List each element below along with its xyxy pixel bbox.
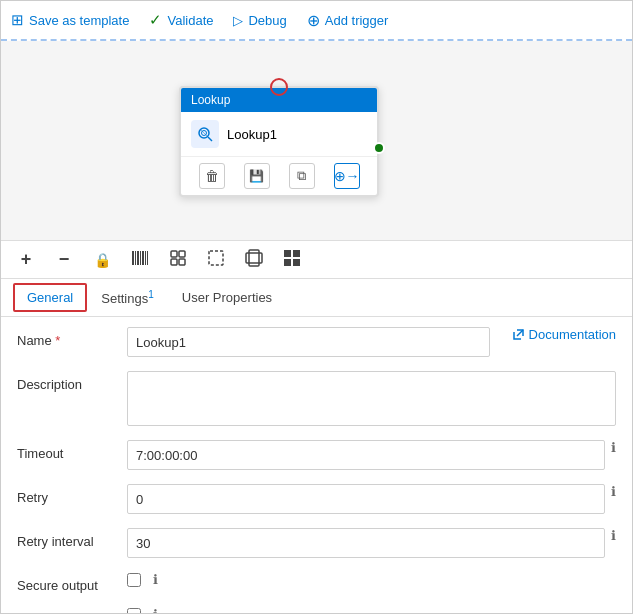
zoom-in-button[interactable]: + [13,247,39,273]
canvas: Lookup Lookup1 🗑 💾 [1,41,632,241]
lookup-node[interactable]: Lookup Lookup1 🗑 💾 [179,86,379,197]
barcode-icon [131,249,149,271]
svg-rect-12 [179,251,185,257]
properties-panel: Name * Documentation Description Timeout… [1,317,632,614]
name-row: Name * Documentation [17,327,616,357]
fit-canvas-icon [245,249,263,271]
tab-user-properties[interactable]: User Properties [168,282,286,313]
svg-rect-15 [209,251,223,265]
svg-rect-18 [284,250,291,257]
secure-input-label: Secure input [17,607,127,614]
layout-button[interactable] [279,247,305,273]
plus-icon: + [21,249,32,270]
svg-line-22 [517,330,523,336]
retry-row: Retry ℹ [17,484,616,514]
retry-info-icon[interactable]: ℹ [611,484,616,499]
fit-canvas-button[interactable] [241,247,267,273]
toolbar: ⊞ Save as template ✓ Validate ▷ Debug ⊕ … [1,1,632,41]
save-node-icon: 💾 [249,169,264,183]
documentation-link[interactable]: Documentation [512,327,616,342]
select-button[interactable] [203,247,229,273]
retry-interval-label: Retry interval [17,528,127,549]
svg-rect-20 [284,259,291,266]
debug-icon: ▷ [233,13,243,28]
validate-icon: ✓ [149,11,162,29]
svg-rect-8 [142,251,144,265]
name-label: Name * [17,327,127,348]
retry-interval-info-icon[interactable]: ℹ [611,528,616,543]
timeout-input[interactable] [127,440,605,470]
node-navigate-button[interactable]: ⊕→ [334,163,360,189]
secure-output-checkbox[interactable] [127,573,141,587]
name-required: * [55,333,60,348]
svg-rect-14 [179,259,185,265]
save-template-button[interactable]: ⊞ Save as template [11,11,129,29]
node-label: Lookup1 [227,127,277,142]
svg-rect-11 [171,251,177,257]
debug-button[interactable]: ▷ Debug [233,13,286,28]
tab-settings[interactable]: Settings1 [87,281,168,314]
fit-button[interactable] [165,247,191,273]
validate-button[interactable]: ✓ Validate [149,11,213,29]
add-trigger-label: Add trigger [325,13,389,28]
node-output-connector [373,142,385,154]
lock-button[interactable]: 🔒 [89,247,115,273]
description-label: Description [17,371,127,392]
arrow-icon: ⊕→ [334,168,360,184]
timeout-row: Timeout ℹ [17,440,616,470]
delete-icon: 🗑 [205,168,219,184]
tabs-bar: General Settings1 User Properties [1,279,632,317]
description-input[interactable] [127,371,616,426]
node-trigger-indicator [270,78,288,96]
node-copy-button[interactable]: ⧉ [289,163,315,189]
svg-rect-10 [147,251,148,265]
description-row: Description [17,371,616,426]
barcode-button[interactable] [127,247,153,273]
svg-rect-19 [293,250,300,257]
node-save-button[interactable]: 💾 [244,163,270,189]
retry-interval-input[interactable] [127,528,605,558]
svg-rect-7 [140,251,141,265]
name-input[interactable] [127,327,490,357]
svg-line-1 [208,137,212,141]
node-delete-button[interactable]: 🗑 [199,163,225,189]
lock-icon: 🔒 [94,252,111,268]
secure-input-checkbox[interactable] [127,608,141,615]
svg-rect-4 [132,251,134,265]
add-trigger-icon: ⊕ [307,11,320,30]
timeout-info-icon[interactable]: ℹ [611,440,616,455]
tab-general[interactable]: General [13,283,87,312]
canvas-controls: + − 🔒 [1,241,632,279]
fit-icon [169,249,187,271]
settings-badge: 1 [148,289,154,300]
retry-input[interactable] [127,484,605,514]
svg-rect-5 [135,251,136,265]
secure-output-checkbox-wrap: ℹ [127,572,158,587]
save-icon: ⊞ [11,11,24,29]
copy-icon: ⧉ [297,168,306,184]
svg-rect-21 [293,259,300,266]
node-body: Lookup1 [181,112,377,157]
secure-input-row: Secure input ℹ [17,607,616,614]
retry-label: Retry [17,484,127,505]
select-icon [207,249,225,271]
secure-input-checkbox-wrap: ℹ [127,607,158,614]
node-actions: 🗑 💾 ⧉ ⊕→ [181,157,377,195]
minus-icon: − [59,249,70,270]
validate-label: Validate [167,13,213,28]
secure-output-info-icon[interactable]: ℹ [153,572,158,587]
secure-input-info-icon[interactable]: ℹ [153,607,158,614]
zoom-out-button[interactable]: − [51,247,77,273]
debug-label: Debug [248,13,286,28]
secure-output-label: Secure output [17,572,127,593]
timeout-label: Timeout [17,440,127,461]
svg-rect-6 [137,251,139,265]
retry-interval-row: Retry interval ℹ [17,528,616,558]
layout-icon [283,249,301,271]
lookup-node-icon [191,120,219,148]
save-template-label: Save as template [29,13,129,28]
svg-rect-9 [145,251,146,265]
secure-output-row: Secure output ℹ [17,572,616,593]
svg-rect-13 [171,259,177,265]
add-trigger-button[interactable]: ⊕ Add trigger [307,11,389,30]
